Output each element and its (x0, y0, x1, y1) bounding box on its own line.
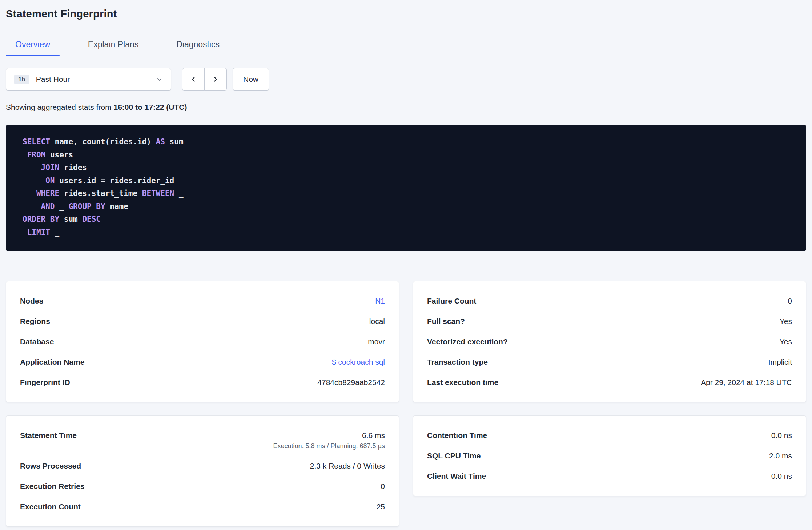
statement-fingerprint-page: Statement Fingerprint OverviewExplain Pl… (0, 0, 812, 527)
sql-line: LIMIT _ (23, 226, 789, 239)
page-title: Statement Fingerprint (0, 0, 812, 20)
tab-explain-plans[interactable]: Explain Plans (79, 34, 148, 56)
application-name-label: Application Name (20, 358, 84, 366)
full-scan-value: Yes (780, 317, 792, 325)
sql-cpu-time-row: SQL CPU Time2.0 ms (427, 446, 792, 466)
client-wait-time-value: 0.0 ns (771, 472, 792, 480)
contention-time-row: Contention Time0.0 ns (427, 425, 792, 446)
last-execution-time-label: Last execution time (427, 378, 498, 387)
tab-overview[interactable]: Overview (6, 34, 60, 56)
chevron-down-icon (156, 76, 163, 83)
nodes-row: NodesN1 (20, 291, 385, 311)
statement-time-label: Statement Time (20, 431, 77, 440)
regions-row: Regionslocal (20, 311, 385, 332)
execution-retries-row: Execution Retries0 (20, 476, 385, 497)
fingerprint-id-value: 4784cb829aab2542 (317, 378, 385, 386)
rows-processed-label: Rows Processed (20, 462, 81, 470)
statement-details-card: NodesN1RegionslocalDatabasemovrApplicati… (6, 281, 399, 402)
execution-count-label: Execution Count (20, 502, 81, 511)
sql-line: JOIN rides (23, 161, 789, 174)
execution-attributes-card: Failure Count0Full scan?YesVectorized ex… (413, 281, 806, 402)
sql-cpu-time-label: SQL CPU Time (427, 451, 481, 460)
previous-time-range-button[interactable] (182, 68, 205, 91)
tab-diagnostics[interactable]: Diagnostics (167, 34, 229, 56)
top-cards-row: NodesN1RegionslocalDatabasemovrApplicati… (6, 281, 806, 402)
failure-count-value: 0 (788, 297, 792, 305)
aggregated-stats-range: 16:00 to 17:22 (UTC) (114, 103, 187, 111)
fingerprint-id-label: Fingerprint ID (20, 378, 70, 387)
client-wait-time-row: Client Wait Time0.0 ns (427, 466, 792, 486)
vectorized-execution-value: Yes (780, 337, 792, 346)
rows-processed-value: 2.3 k Reads / 0 Writes (310, 462, 385, 470)
contention-time-value: 0.0 ns (771, 431, 792, 439)
application-name-row: Application Name$ cockroach sql (20, 352, 385, 372)
contention-time-label: Contention Time (427, 431, 487, 440)
regions-label: Regions (20, 317, 50, 326)
chevron-right-icon (212, 75, 220, 83)
full-scan-label: Full scan? (427, 317, 465, 326)
sql-line: SELECT name, count(rides.id) AS sum (23, 136, 789, 149)
execution-retries-label: Execution Retries (20, 482, 84, 491)
sql-line: WHERE rides.start_time BETWEEN _ (23, 187, 789, 200)
rows-processed-row: Rows Processed2.3 k Reads / 0 Writes (20, 456, 385, 476)
time-range-nav (182, 68, 227, 91)
execution-retries-value: 0 (381, 482, 385, 490)
nodes-link[interactable]: N1 (375, 297, 385, 305)
bottom-cards-row: Statement Time6.6 msExecution: 5.8 ms / … (6, 415, 806, 527)
chevron-left-icon (189, 75, 197, 83)
database-value: movr (368, 337, 385, 346)
sql-line: ORDER BY sum DESC (23, 213, 789, 226)
now-button[interactable]: Now (233, 68, 269, 91)
full-scan-row: Full scan?Yes (427, 311, 792, 332)
statement-time-subvalue: Execution: 5.8 ms / Planning: 687.5 µs (273, 442, 385, 450)
sql-line: AND _ GROUP BY name (23, 200, 789, 213)
aggregated-stats-prefix: Showing aggregated stats from (6, 103, 114, 111)
database-row: Databasemovr (20, 332, 385, 352)
failure-count-row: Failure Count0 (427, 291, 792, 311)
fingerprint-id-row: Fingerprint ID4784cb829aab2542 (20, 372, 385, 393)
vectorized-execution-label: Vectorized execution? (427, 337, 508, 346)
client-wait-time-label: Client Wait Time (427, 472, 486, 481)
execution-count-row: Execution Count25 (20, 497, 385, 517)
nodes-label: Nodes (20, 297, 43, 305)
aggregated-stats-text: Showing aggregated stats from 16:00 to 1… (6, 103, 806, 112)
time-range-badge: 1h (14, 75, 29, 84)
tab-bar: OverviewExplain PlansDiagnostics (0, 34, 812, 56)
time-range-picker[interactable]: 1h Past Hour (6, 68, 171, 91)
last-execution-time-value: Apr 29, 2024 at 17:18 UTC (701, 378, 792, 386)
application-name-link[interactable]: $ cockroach sql (332, 358, 385, 366)
sql-line: FROM users (23, 149, 789, 162)
statement-times-card: Statement Time6.6 msExecution: 5.8 ms / … (6, 415, 399, 527)
transaction-type-row: Transaction typeImplicit (427, 352, 792, 372)
vectorized-execution-row: Vectorized execution?Yes (427, 332, 792, 352)
sql-statement: SELECT name, count(rides.id) AS sum FROM… (6, 125, 806, 251)
last-execution-time-row: Last execution timeApr 29, 2024 at 17:18… (427, 372, 792, 393)
time-toolbar: 1h Past Hour Now (6, 68, 806, 91)
next-time-range-button[interactable] (204, 68, 227, 91)
wait-times-card: Contention Time0.0 nsSQL CPU Time2.0 msC… (413, 415, 806, 496)
execution-count-value: 25 (377, 502, 385, 511)
sql-cpu-time-value: 2.0 ms (769, 451, 792, 460)
failure-count-label: Failure Count (427, 297, 476, 305)
database-label: Database (20, 337, 54, 346)
regions-value: local (369, 317, 385, 325)
transaction-type-label: Transaction type (427, 358, 488, 366)
statement-time-value: 6.6 ms (362, 431, 385, 439)
sql-line: ON users.id = rides.rider_id (23, 174, 789, 188)
time-range-label: Past Hour (36, 75, 70, 84)
statement-time-row: Statement Time6.6 msExecution: 5.8 ms / … (20, 425, 385, 456)
transaction-type-value: Implicit (768, 358, 792, 366)
